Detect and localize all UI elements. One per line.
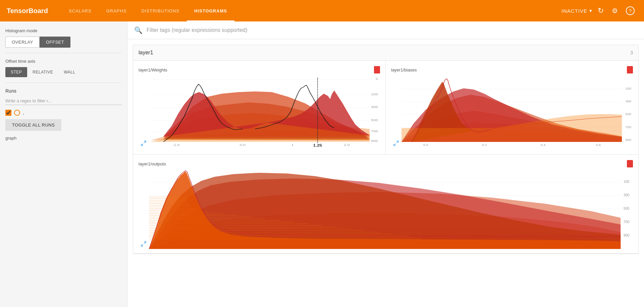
svg-text:0.0: 0.0 — [240, 143, 246, 146]
step-axis-button[interactable]: STEP — [5, 67, 27, 77]
chart-outputs-title: layer1/outputs — [139, 161, 166, 166]
filter-input[interactable] — [147, 27, 637, 33]
overlay-mode-button[interactable]: OVERLAY — [5, 37, 40, 48]
toggle-all-runs-button[interactable]: TOGGLE ALL RUNS — [5, 119, 61, 131]
settings-button[interactable]: ⚙ — [609, 4, 621, 17]
run-circle-indicator[interactable] — [14, 110, 20, 116]
svg-text:300: 300 — [624, 193, 630, 197]
chart-biases-svg: 100 300 500 700 900 — [391, 76, 633, 147]
offset-mode-button[interactable]: OFFSET — [40, 37, 70, 48]
relative-axis-button[interactable]: RELATIVE — [27, 67, 58, 77]
chart-outputs-run-indicator — [627, 160, 633, 167]
svg-text:700: 700 — [371, 129, 378, 133]
chart-biases: layer1/biases 100 300 500 700 900 — [386, 61, 638, 155]
filter-bar: 🔍 — [127, 21, 644, 39]
divider-2 — [5, 83, 122, 83]
help-icon: ? — [626, 6, 635, 15]
svg-text:-1.0: -1.0 — [172, 143, 179, 146]
chart-weights-header: layer1/Weights — [139, 66, 380, 73]
brand-logo: TensorBoard — [7, 7, 48, 15]
section-count: 3 — [630, 50, 633, 55]
run-item: . — [5, 110, 122, 116]
svg-text:900: 900 — [626, 138, 632, 142]
svg-text:1.25: 1.25 — [313, 144, 322, 147]
svg-text:0.6: 0.6 — [596, 143, 601, 147]
top-navigation: TensorBoard SCALARS GRAPHS DISTRIBUTIONS… — [0, 0, 644, 21]
histogram-mode-label: Histogram mode — [5, 28, 122, 33]
svg-text:500: 500 — [371, 118, 378, 121]
section-title: layer1 — [139, 50, 153, 56]
expand-biases-icon[interactable] — [393, 140, 399, 148]
chart-weights: layer1/Weights 0 100 300 500 700 900 — [133, 61, 386, 155]
section-layer1: layer1 3 layer1/Weights 0 100 — [133, 45, 639, 254]
chart-biases-area: 100 300 500 700 900 — [391, 76, 633, 150]
svg-text:700: 700 — [626, 125, 632, 129]
refresh-icon: ↻ — [598, 6, 604, 15]
run-dot-label: . — [23, 110, 24, 116]
svg-text:500: 500 — [624, 207, 630, 210]
axis-buttons: STEP RELATIVE WALL — [5, 67, 122, 77]
svg-text:700: 700 — [624, 220, 630, 224]
chart-outputs-area: 100 300 500 700 900 — [139, 170, 633, 251]
svg-text:100: 100 — [371, 93, 378, 96]
refresh-button[interactable]: ↻ — [595, 4, 606, 18]
nav-graphs[interactable]: GRAPHS — [99, 0, 134, 21]
run-checkbox[interactable] — [5, 110, 11, 116]
svg-text:900: 900 — [371, 139, 378, 142]
expand-outputs-icon[interactable] — [141, 241, 147, 249]
graph-label: graph — [5, 136, 122, 141]
svg-text:0.4: 0.4 — [541, 143, 546, 147]
svg-text:2.0: 2.0 — [344, 143, 350, 146]
svg-text:0.2: 0.2 — [482, 143, 487, 147]
chart-weights-title: layer1/Weights — [139, 67, 167, 72]
status-dropdown[interactable]: INACTIVE ▾ — [561, 8, 592, 14]
nav-scalars[interactable]: SCALARS — [61, 0, 99, 21]
main-content: 🔍 layer1 3 layer1/Weights — [127, 21, 644, 307]
svg-text:0: 0 — [376, 77, 378, 81]
offset-axis-label: Offset time axis — [5, 59, 122, 64]
search-icon: 🔍 — [134, 26, 143, 34]
divider-1 — [5, 53, 122, 53]
expand-weights-icon[interactable] — [141, 140, 147, 148]
charts-grid: layer1/Weights 0 100 300 500 700 900 — [133, 61, 638, 155]
chart-biases-title: layer1/biases — [391, 67, 417, 72]
svg-text:900: 900 — [624, 234, 630, 237]
svg-text:0.0: 0.0 — [423, 143, 428, 147]
chart-weights-area: 0 100 300 500 700 900 — [139, 76, 380, 150]
svg-text:100: 100 — [624, 180, 630, 184]
topnav-right: INACTIVE ▾ ↻ ⚙ ? — [561, 4, 637, 18]
runs-label: Runs — [5, 88, 122, 94]
runs-filter-input[interactable] — [5, 97, 122, 105]
help-button[interactable]: ? — [623, 4, 637, 18]
sidebar: Histogram mode OVERLAY OFFSET Offset tim… — [0, 21, 127, 307]
chart-outputs: layer1/outputs 100 300 500 700 900 — [133, 155, 638, 254]
mode-buttons: OVERLAY OFFSET — [5, 37, 122, 48]
chart-outputs-header: layer1/outputs — [139, 160, 633, 167]
svg-text:500: 500 — [626, 112, 632, 116]
section-header: layer1 3 — [133, 45, 638, 61]
gear-icon: ⚙ — [612, 7, 618, 15]
chart-biases-header: layer1/biases — [391, 66, 633, 73]
wall-axis-button[interactable]: WALL — [58, 67, 80, 77]
chart-biases-run-indicator — [627, 66, 633, 73]
nav-distributions[interactable]: DISTRIBUTIONS — [134, 0, 187, 21]
chart-weights-run-indicator — [374, 66, 380, 73]
chart-outputs-svg: 100 300 500 700 900 — [139, 170, 633, 251]
svg-text:100: 100 — [626, 87, 632, 90]
svg-text:300: 300 — [371, 105, 378, 109]
chart-weights-svg: 0 100 300 500 700 900 — [139, 76, 380, 147]
main-layout: Histogram mode OVERLAY OFFSET Offset tim… — [0, 21, 644, 307]
nav-histograms[interactable]: HISTOGRAMS — [187, 0, 234, 21]
svg-text:300: 300 — [626, 100, 632, 103]
nav-links: SCALARS GRAPHS DISTRIBUTIONS HISTOGRAMS — [61, 0, 561, 21]
svg-text:1: 1 — [291, 143, 294, 146]
